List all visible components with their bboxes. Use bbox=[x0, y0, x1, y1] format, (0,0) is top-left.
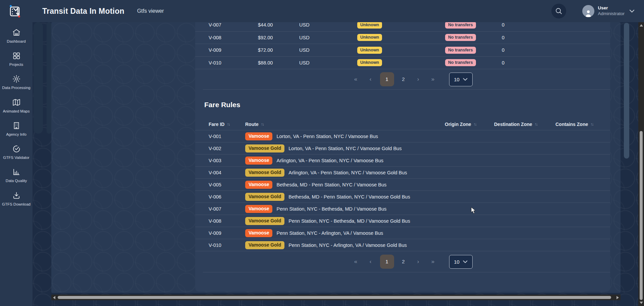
next-page-button[interactable]: › bbox=[414, 258, 423, 265]
page-number-button[interactable]: 1 bbox=[380, 255, 394, 269]
sidebar-item-projects[interactable]: Projects bbox=[0, 51, 33, 67]
price-cell: $44.00 bbox=[258, 22, 299, 28]
page-number-button[interactable]: 2 bbox=[399, 76, 408, 82]
route-description: Bethesda, MD - Penn Station, NYC / Vamoo… bbox=[288, 194, 410, 200]
scroll-down-arrow[interactable] bbox=[640, 302, 643, 304]
page-size-select[interactable]: 10 bbox=[449, 255, 473, 269]
table-row[interactable]: V-009 Vamoose Penn Station, NYC - Arling… bbox=[195, 227, 610, 239]
sidebar-item-gtfs-download[interactable]: GTFS Download bbox=[0, 191, 33, 207]
table-row[interactable]: V-001 Vamoose Lorton, VA - Penn Station,… bbox=[195, 130, 610, 142]
scroll-right-arrow[interactable] bbox=[616, 296, 619, 299]
horizontal-scroll-thumb[interactable] bbox=[58, 296, 611, 299]
last-page-button[interactable]: » bbox=[429, 76, 437, 83]
column-header-route[interactable]: Route ↑↓ bbox=[245, 122, 445, 127]
first-page-button[interactable]: « bbox=[352, 76, 360, 83]
left-scroll-thumb[interactable] bbox=[34, 22, 43, 134]
payment-method-badge: Unknown bbox=[357, 22, 382, 29]
fare-rules-pagination: « ‹ 12 › » 10 bbox=[203, 251, 610, 272]
currency-cell: USD bbox=[299, 60, 357, 65]
table-row[interactable]: V-007 Vamoose Penn Station, NYC - Bethes… bbox=[195, 203, 610, 215]
previous-page-button[interactable]: ‹ bbox=[366, 76, 375, 83]
table-row[interactable]: V-008 $92.00 USD Unknown No transfers 0 bbox=[195, 32, 610, 44]
fare-id-cell: V-005 bbox=[209, 182, 245, 187]
table-row[interactable]: V-004 Vamoose Gold Arlington, VA - Penn … bbox=[195, 167, 610, 179]
chevron-down-icon bbox=[463, 78, 468, 81]
vertical-scroll-thumb[interactable] bbox=[640, 131, 643, 300]
fare-attributes-table: V-007 $44.00 USD Unknown No transfers 0 … bbox=[195, 22, 610, 69]
sort-icon[interactable]: ↑↓ bbox=[535, 122, 537, 127]
column-header-contains-zone[interactable]: Contains Zone ↑↓ bbox=[555, 122, 610, 127]
previous-page-button[interactable]: ‹ bbox=[366, 258, 375, 265]
page-subtitle: Gtfs viewer bbox=[137, 8, 164, 14]
transfer-duration-cell: 0 bbox=[502, 47, 610, 53]
sidebar-item-dashboard[interactable]: Dashboard bbox=[0, 28, 33, 44]
table-row[interactable]: V-008 Vamoose Gold Penn Station, NYC - B… bbox=[195, 215, 610, 227]
canvas-scroll-thumb[interactable] bbox=[624, 23, 629, 159]
grid-icon bbox=[12, 51, 21, 60]
sidebar-item-gtfs-validator[interactable]: GTFS Validator bbox=[0, 144, 33, 160]
scroll-left-arrow[interactable] bbox=[53, 296, 55, 299]
check-circle-icon bbox=[12, 144, 21, 153]
fare-id-cell: V-010 bbox=[209, 243, 245, 248]
sidebar-item-animated-maps[interactable]: Animated Maps bbox=[0, 98, 33, 114]
route-description: Penn Station, NYC - Arlington, VA / Vamo… bbox=[276, 230, 383, 236]
page-size-select[interactable]: 10 bbox=[449, 73, 473, 86]
fare-id-cell: V-007 bbox=[209, 206, 245, 212]
currency-cell: USD bbox=[299, 22, 357, 28]
fare-id-cell: V-003 bbox=[209, 158, 245, 163]
fare-rules-table-header: Fare ID ↑↓ Route ↑↓ Origin Zone ↑↓ Desti… bbox=[195, 118, 610, 130]
column-header-destination-zone[interactable]: Destination Zone ↑↓ bbox=[494, 122, 555, 127]
transfers-badge: No transfers bbox=[445, 22, 476, 29]
last-page-button[interactable]: » bbox=[429, 258, 437, 265]
payment-method-badge: Unknown bbox=[357, 59, 382, 66]
route-badge: Vamoose bbox=[245, 181, 272, 189]
search-icon bbox=[555, 7, 562, 15]
table-row[interactable]: V-010 Vamoose Gold Penn Station, NYC - A… bbox=[195, 239, 610, 251]
column-header-fare-id[interactable]: Fare ID ↑↓ bbox=[209, 122, 245, 127]
sort-icon[interactable]: ↑↓ bbox=[474, 122, 476, 127]
currency-cell: USD bbox=[299, 47, 357, 53]
section-title: Fare Rules bbox=[204, 101, 240, 109]
next-page-button[interactable]: › bbox=[414, 76, 423, 83]
table-row[interactable]: V-009 $72.00 USD Unknown No transfers 0 bbox=[195, 44, 610, 57]
page-background: V-007 $44.00 USD Unknown No transfers 0 … bbox=[33, 22, 638, 306]
price-cell: $88.00 bbox=[258, 60, 299, 65]
sidebar-item-data-quality[interactable]: Data Quality bbox=[0, 168, 33, 183]
search-button[interactable] bbox=[551, 4, 566, 18]
sidebar-item-data-processing[interactable]: Data Processing bbox=[0, 75, 33, 90]
table-row[interactable]: V-005 Vamoose Bethesda, MD - Penn Statio… bbox=[195, 179, 610, 191]
transfers-badge: No transfers bbox=[445, 59, 476, 66]
table-row[interactable]: V-006 Vamoose Gold Bethesda, MD - Penn S… bbox=[195, 191, 610, 203]
page-title: Transit Data In Motion bbox=[42, 7, 124, 16]
route-description: Penn Station, NYC - Arlington, VA / Vamo… bbox=[288, 243, 407, 248]
first-page-button[interactable]: « bbox=[352, 258, 360, 265]
sidebar-item-agency-info[interactable]: Agency Info bbox=[0, 121, 33, 137]
transfers-badge: No transfers bbox=[445, 47, 476, 54]
column-header-origin-zone[interactable]: Origin Zone ↑↓ bbox=[445, 122, 494, 127]
scroll-up-arrow[interactable] bbox=[640, 24, 643, 27]
page-number-button[interactable]: 2 bbox=[399, 259, 408, 264]
sort-icon[interactable]: ↑↓ bbox=[261, 122, 264, 127]
fare-id-cell: V-009 bbox=[209, 230, 245, 236]
user-icon bbox=[584, 9, 592, 17]
table-row[interactable]: V-002 Vamoose Gold Lorton, VA - Penn Sta… bbox=[195, 142, 610, 155]
fare-attributes-pagination: « ‹ 12 › » 10 bbox=[203, 69, 610, 90]
table-row[interactable]: V-007 $44.00 USD Unknown No transfers 0 bbox=[195, 22, 610, 32]
page-number-button[interactable]: 1 bbox=[380, 72, 394, 86]
user-menu[interactable]: User Administrator bbox=[582, 5, 635, 17]
table-row[interactable]: V-010 $88.00 USD Unknown No transfers 0 bbox=[195, 57, 610, 70]
vertical-scrollbar[interactable] bbox=[638, 22, 644, 306]
route-description: Penn Station, NYC - Bethesda, MD / Vamoo… bbox=[288, 218, 410, 224]
horizontal-scrollbar[interactable] bbox=[51, 295, 621, 300]
gear-icon bbox=[12, 75, 21, 83]
route-description: Bethesda, MD - Penn Station, NYC / Vamoo… bbox=[276, 182, 386, 187]
sort-icon[interactable]: ↑↓ bbox=[227, 122, 229, 127]
fare-id-cell: V-008 bbox=[209, 35, 258, 40]
sort-icon[interactable]: ↑↓ bbox=[590, 122, 593, 127]
fare-id-cell: V-009 bbox=[209, 47, 258, 53]
user-role: Administrator bbox=[598, 11, 625, 17]
avatar bbox=[582, 5, 594, 17]
download-icon bbox=[12, 191, 21, 200]
route-badge: Vamoose bbox=[245, 132, 272, 140]
table-row[interactable]: V-003 Vamoose Arlington, VA - Penn Stati… bbox=[195, 155, 610, 167]
